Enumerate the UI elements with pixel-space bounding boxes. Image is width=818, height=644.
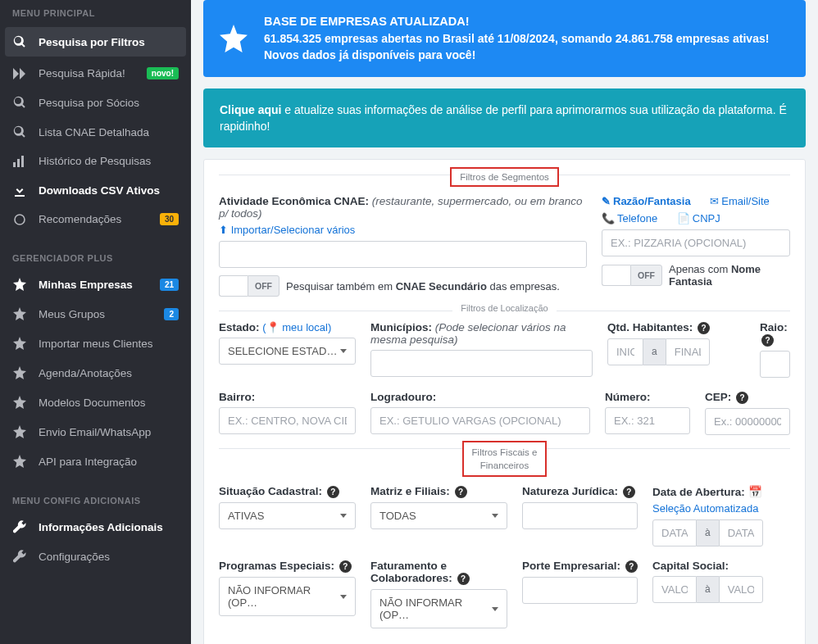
menu-item-importar-clientes[interactable]: Importar meus Clientes bbox=[0, 329, 191, 358]
upload-icon: ⬆ bbox=[219, 224, 228, 236]
help-icon[interactable]: ? bbox=[736, 392, 748, 404]
num-label: Número: bbox=[605, 391, 690, 403]
badge-novo: novo! bbox=[147, 67, 179, 79]
estado-select[interactable]: SELECIONE ESTAD… bbox=[219, 338, 356, 365]
edit-icon: ✎ bbox=[602, 195, 611, 207]
menu-item-info-adicionais[interactable]: Informações Adicionais bbox=[0, 512, 191, 542]
nat-input[interactable] bbox=[522, 502, 638, 529]
menu-item-historico[interactable]: Histórico de Pesquisas bbox=[0, 147, 191, 175]
help-icon[interactable]: ? bbox=[327, 486, 339, 498]
fat-select[interactable]: NÃO INFORMAR (OP… bbox=[370, 589, 507, 628]
notice-line2: Novos dados já disponíveis para você! bbox=[264, 48, 475, 61]
sit-label: Situação Cadastral: ? bbox=[219, 485, 356, 498]
search-icon bbox=[12, 96, 27, 109]
field-cep: CEP: ? bbox=[705, 391, 790, 435]
cep-label: CEP: ? bbox=[705, 391, 790, 404]
menu-item-envio[interactable]: Envio Email/WhatsApp bbox=[0, 417, 191, 447]
menu-label: Pesquisa Rápida! bbox=[39, 67, 135, 79]
mun-input[interactable] bbox=[370, 350, 593, 377]
menu-label: Pesquisa por Filtros bbox=[39, 36, 179, 48]
hab-range: a bbox=[607, 338, 745, 365]
notice-database-updated[interactable]: BASE DE EMPRESAS ATUALIZADA! 61.854.325 … bbox=[203, 0, 806, 77]
bairro-input[interactable] bbox=[219, 407, 356, 434]
cnae-secondary-toggle: OFF Pesquisar também em CNAE Secundário … bbox=[219, 274, 587, 297]
help-icon[interactable]: ? bbox=[761, 334, 774, 347]
chart-bar-icon bbox=[12, 156, 27, 167]
fat-label: Faturamento eColaboradores: ? bbox=[370, 560, 507, 585]
menu-item-modelos[interactable]: Modelos Documentos bbox=[0, 388, 191, 417]
wrench-icon bbox=[12, 520, 27, 533]
porte-input[interactable] bbox=[522, 577, 638, 604]
menu-item-meus-grupos[interactable]: Meus Grupos 2 bbox=[0, 299, 191, 329]
import-link[interactable]: ⬆ Importar/Selecionar vários bbox=[219, 224, 587, 236]
menu-item-recomendacoes[interactable]: Recomendações 30 bbox=[0, 205, 191, 234]
menu-item-agenda[interactable]: Agenda/Anotações bbox=[0, 358, 191, 388]
field-estado: Estado: (📍 meu local) SELECIONE ESTAD… bbox=[219, 321, 356, 378]
svg-rect-2 bbox=[21, 156, 24, 167]
menu-label: Recomendações bbox=[39, 213, 148, 225]
legend-segmentos: Filtros de Segmentos bbox=[450, 167, 559, 187]
phone-icon: 📞 bbox=[602, 212, 615, 224]
notice-profile-update[interactable]: Clique aqui e atualize suas informações … bbox=[203, 88, 806, 148]
hab-max-input[interactable] bbox=[666, 338, 710, 365]
calendar-icon: 📅 bbox=[748, 486, 762, 498]
sit-select[interactable]: ATIVAS bbox=[219, 502, 356, 529]
wrench-icon bbox=[12, 550, 27, 563]
dt-min-input[interactable] bbox=[652, 519, 697, 546]
cnae-input[interactable] bbox=[219, 241, 587, 268]
telefone-link[interactable]: 📞Telefone bbox=[602, 212, 666, 224]
menu-item-pesquisa-rapida[interactable]: Pesquisa Rápida! novo! bbox=[0, 59, 191, 88]
prog-select[interactable]: NÃO INFORMAR (OP… bbox=[219, 577, 356, 616]
menu-item-lista-cnae[interactable]: Lista CNAE Detalhada bbox=[0, 117, 191, 147]
menu-label: Minhas Empresas bbox=[39, 279, 148, 291]
field-habitantes: Qtd. Habitantes: ? a bbox=[607, 321, 745, 378]
star-icon bbox=[12, 337, 27, 350]
cap-min-input[interactable] bbox=[652, 576, 697, 603]
hab-label: Qtd. Habitantes: ? bbox=[607, 321, 745, 334]
help-icon[interactable]: ? bbox=[623, 486, 635, 498]
num-input[interactable] bbox=[605, 407, 690, 434]
log-input[interactable] bbox=[370, 407, 590, 434]
field-capital: Capital Social: à bbox=[652, 560, 790, 628]
envelope-icon: ✉ bbox=[710, 195, 719, 207]
raio-input[interactable] bbox=[760, 351, 790, 378]
menu-label: Envio Email/WhatsApp bbox=[39, 426, 179, 438]
help-icon[interactable]: ? bbox=[455, 486, 467, 498]
menu-item-pesquisa-filtros[interactable]: Pesquisa por Filtros bbox=[5, 27, 186, 57]
estado-label: Estado: (📍 meu local) bbox=[219, 321, 356, 333]
meu-local-link[interactable]: (📍 meu local) bbox=[262, 321, 331, 333]
fieldset-fiscais: Filtros Fiscais eFinanceiros Situação Ca… bbox=[219, 448, 790, 628]
toggle-cnae-sec[interactable]: OFF bbox=[219, 274, 279, 297]
razao-links-2: 📞Telefone 📄CNPJ bbox=[602, 212, 790, 224]
dt-auto-link[interactable]: Seleção Automatizada bbox=[652, 502, 790, 515]
toggle-fantasia[interactable]: OFF bbox=[602, 264, 662, 287]
fieldset-segmentos: Filtros de Segmentos Atividade Econômica… bbox=[219, 175, 790, 297]
field-bairro: Bairro: bbox=[219, 391, 356, 435]
menu-item-downloads[interactable]: Downloads CSV Ativos bbox=[0, 175, 191, 205]
menu-label: API para Integração bbox=[39, 456, 179, 468]
email-link[interactable]: ✉Email/Site bbox=[710, 195, 778, 207]
field-numero: Número: bbox=[605, 391, 690, 435]
menu-item-pesquisa-socios[interactable]: Pesquisa por Sócios bbox=[0, 88, 191, 117]
legend-fiscais: Filtros Fiscais eFinanceiros bbox=[462, 441, 548, 477]
razao-input[interactable] bbox=[602, 229, 790, 256]
field-porte: Porte Empresarial: ? bbox=[522, 560, 638, 628]
help-icon[interactable]: ? bbox=[625, 560, 638, 573]
help-icon[interactable]: ? bbox=[698, 322, 710, 334]
cnpj-link[interactable]: 📄CNPJ bbox=[677, 212, 729, 224]
hab-min-input[interactable] bbox=[607, 338, 643, 365]
location-icon: 📍 bbox=[266, 321, 279, 333]
cep-input[interactable] bbox=[705, 408, 790, 435]
menu-item-config[interactable]: Configurações bbox=[0, 542, 191, 571]
help-icon[interactable]: ? bbox=[339, 560, 352, 573]
cap-max-input[interactable] bbox=[719, 576, 763, 603]
help-icon[interactable]: ? bbox=[457, 573, 470, 585]
field-data-abertura: Data de Abertura: 📅 Seleção Automatizada… bbox=[652, 485, 790, 546]
dt-max-input[interactable] bbox=[719, 519, 763, 546]
razao-link[interactable]: ✎Razão/Fantasia bbox=[602, 195, 699, 207]
menu-item-api[interactable]: API para Integração bbox=[0, 447, 191, 476]
cap-range: à bbox=[652, 576, 790, 603]
mf-select[interactable]: TODAS bbox=[370, 502, 507, 529]
menu-item-minhas-empresas[interactable]: Minhas Empresas 21 bbox=[0, 270, 191, 299]
field-programas: Programas Especiais: ? NÃO INFORMAR (OP… bbox=[219, 560, 356, 628]
